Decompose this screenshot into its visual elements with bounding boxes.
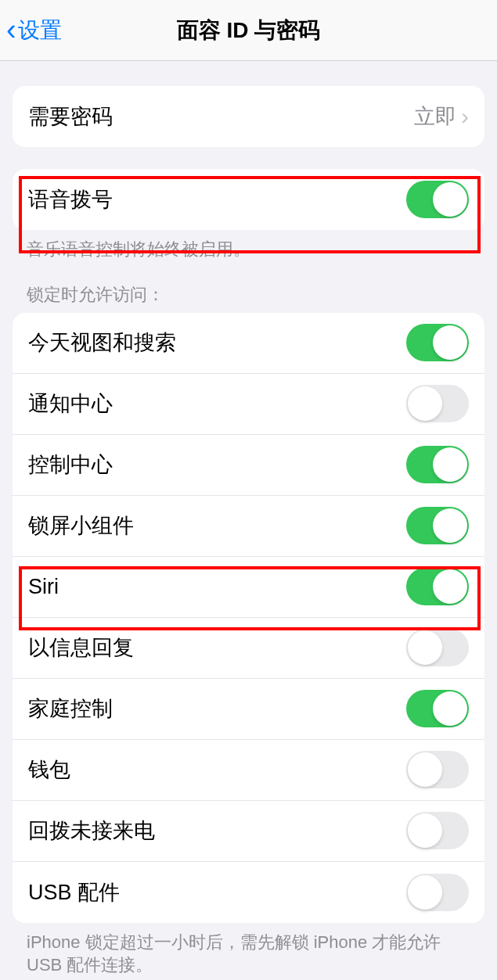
voice-dial-toggle[interactable] xyxy=(406,181,469,218)
allow-access-toggle[interactable] xyxy=(406,812,469,849)
allow-access-toggle[interactable] xyxy=(406,690,469,727)
toggle-knob xyxy=(408,875,442,910)
allow-access-toggle[interactable] xyxy=(406,507,469,544)
allow-access-row: 家庭控制 xyxy=(13,679,484,740)
allow-access-toggle[interactable] xyxy=(406,324,469,361)
voice-dial-footer: 音乐语音控制将始终被启用。 xyxy=(0,230,497,261)
toggle-knob xyxy=(408,386,442,421)
allow-access-toggle[interactable] xyxy=(406,568,469,605)
toggle-knob xyxy=(408,630,442,665)
allow-access-toggle[interactable] xyxy=(406,385,469,422)
allow-access-label: Siri xyxy=(28,575,406,599)
allow-access-label: 通知中心 xyxy=(28,389,406,418)
toggle-knob xyxy=(408,813,442,848)
allow-access-toggle[interactable] xyxy=(406,629,469,666)
navigation-bar: ‹ 设置 面容 ID 与密码 xyxy=(0,0,497,61)
allow-access-row: 今天视图和搜索 xyxy=(13,313,484,374)
allow-access-row: 回拨未接来电 xyxy=(13,801,484,862)
allow-access-label: 家庭控制 xyxy=(28,695,406,723)
allow-access-label: 锁屏小组件 xyxy=(28,512,406,540)
toggle-knob xyxy=(433,508,467,543)
allow-access-label: 钱包 xyxy=(28,756,406,784)
voice-dial-group: 语音拨号 xyxy=(13,169,484,230)
allow-access-label: 今天视图和搜索 xyxy=(28,328,406,357)
allow-access-label: 回拨未接来电 xyxy=(28,817,406,845)
allow-access-label: 控制中心 xyxy=(28,451,406,479)
back-button[interactable]: ‹ 设置 xyxy=(0,13,62,47)
toggle-knob xyxy=(433,569,467,604)
usb-footer: iPhone 锁定超过一小时后，需先解锁 iPhone 才能允许 USB 配件连… xyxy=(0,923,497,977)
require-passcode-value: 立即 xyxy=(414,102,456,131)
allow-access-row: USB 配件 xyxy=(13,862,484,923)
toggle-knob xyxy=(433,325,467,360)
toggle-knob xyxy=(433,182,467,217)
allow-access-label: USB 配件 xyxy=(28,878,406,906)
toggle-knob xyxy=(433,447,467,482)
allow-access-header: 锁定时允许访问： xyxy=(0,261,497,313)
allow-access-toggle[interactable] xyxy=(406,751,469,788)
chevron-right-icon: › xyxy=(461,103,469,130)
chevron-left-icon: ‹ xyxy=(6,13,16,47)
allow-access-label: 以信息回复 xyxy=(28,634,406,662)
voice-dial-row: 语音拨号 xyxy=(13,169,484,230)
allow-access-toggle[interactable] xyxy=(406,874,469,911)
allow-access-row: Siri xyxy=(13,557,484,618)
toggle-knob xyxy=(408,752,442,787)
page-title: 面容 ID 与密码 xyxy=(0,16,497,45)
allow-access-row: 控制中心 xyxy=(13,435,484,496)
require-passcode-row[interactable]: 需要密码 立即 › xyxy=(13,86,484,147)
allow-access-row: 锁屏小组件 xyxy=(13,496,484,557)
allow-access-row: 通知中心 xyxy=(13,374,484,435)
require-passcode-group: 需要密码 立即 › xyxy=(13,86,484,147)
allow-access-row: 以信息回复 xyxy=(13,618,484,679)
allow-access-row: 钱包 xyxy=(13,740,484,801)
toggle-knob xyxy=(433,691,467,726)
allow-access-group: 今天视图和搜索通知中心控制中心锁屏小组件Siri以信息回复家庭控制钱包回拨未接来… xyxy=(13,313,484,923)
allow-access-toggle[interactable] xyxy=(406,446,469,483)
voice-dial-label: 语音拨号 xyxy=(28,185,406,214)
require-passcode-label: 需要密码 xyxy=(28,102,414,131)
back-label: 设置 xyxy=(18,16,62,45)
